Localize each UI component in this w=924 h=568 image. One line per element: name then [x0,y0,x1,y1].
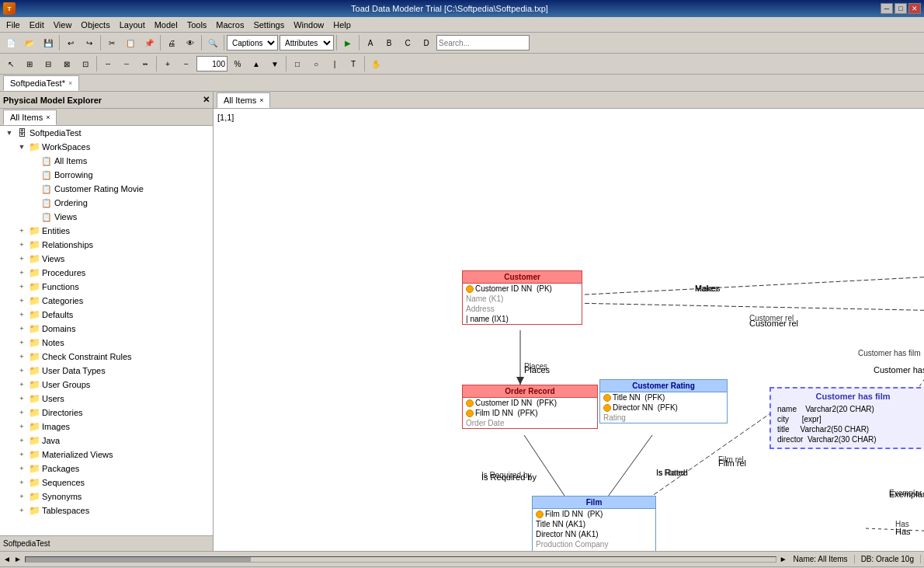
tree-entities[interactable]: + 📁 Entities [0,224,213,238]
zoom-down[interactable]: ▼ [266,55,283,72]
menu-objects[interactable]: Objects [76,19,114,31]
menu-file[interactable]: File [2,19,25,31]
new-button[interactable]: 📄 [2,34,19,51]
find-button[interactable]: 🔍 [204,34,221,51]
menu-macros[interactable]: Macros [211,19,248,31]
save-button[interactable]: 💾 [40,34,57,51]
copy-button[interactable]: 📋 [122,34,139,51]
paste-button[interactable]: 📌 [141,34,158,51]
tree-ws-ordering[interactable]: 📋 Ordering [0,196,213,210]
scroll-right-btn[interactable]: ► [14,555,22,563]
open-button[interactable]: 📂 [21,34,38,51]
zoom-in-button[interactable]: + [159,55,176,72]
captions-select[interactable]: Captions Names None [227,35,278,51]
attributes-select[interactable]: Attributes Keys only None [280,35,334,51]
cc-expand[interactable]: + [16,350,28,363]
tree-ws-borrowing[interactable]: 📋 Borrowing [0,168,213,182]
tree-categories[interactable]: + 📁 Categories [0,294,213,308]
img-expand[interactable]: + [16,420,28,433]
scroll-right2-btn[interactable]: ► [780,555,787,563]
undo-button[interactable]: ↩ [62,34,79,51]
tool-7[interactable]: ┄ [118,55,135,72]
menu-settings[interactable]: Settings [248,19,289,31]
entity-film[interactable]: Film Film ID NN (PK) Title NN (AK1) Dire… [532,496,656,551]
hscrollbar-thumb[interactable] [26,557,251,562]
shape-line[interactable]: | [326,55,343,72]
tree-functions[interactable]: + 📁 Functions [0,280,213,294]
redo-button[interactable]: ↪ [81,34,98,51]
tree-images[interactable]: + 📁 Images [0,420,213,434]
tree-ws-allitems[interactable]: 📋 All Items [0,154,213,168]
ug-expand[interactable]: + [16,378,28,391]
model-tab-close[interactable]: × [68,79,72,87]
tree-user-groups[interactable]: + 📁 User Groups [0,378,213,392]
notes-expand[interactable]: + [16,336,28,349]
proc-expand[interactable]: + [16,267,28,279]
entity-customer[interactable]: Customer Customer ID NN (PK) Name (K1) A… [462,270,582,325]
tree-domains[interactable]: + 📁 Domains [0,322,213,336]
menu-tools[interactable]: Tools [182,19,212,31]
btn-d[interactable]: D [418,34,435,51]
tree-check-constraint[interactable]: + 📁 Check Constraint Rules [0,350,213,364]
shape-text[interactable]: T [345,55,362,72]
btn-b[interactable]: B [380,34,398,51]
tool-3[interactable]: ⊟ [40,55,57,72]
btn-c[interactable]: C [399,34,416,51]
model-tab[interactable]: SoftpediaTest* × [3,75,79,91]
canvas-tab-allitems[interactable]: All Items × [217,92,270,108]
dom-expand[interactable]: + [16,322,28,335]
menu-window[interactable]: Window [289,19,328,31]
tree-relationships[interactable]: + 📁 Relationships [0,238,213,252]
run-button[interactable]: ▶ [339,34,356,51]
tree-directories[interactable]: + 📁 Directories [0,406,213,420]
tree-packages[interactable]: + 📁 Packages [0,462,213,476]
root-expand[interactable]: ▼ [3,127,16,139]
shape-oval[interactable]: ○ [307,55,325,72]
canvas-area[interactable]: All Items × [1,1] [2,1] Makes Customer [214,92,924,551]
ws-expand[interactable]: ▼ [16,141,28,153]
tree-tablespaces[interactable]: + 📁 Tablespaces [0,504,213,517]
tree-synonyms[interactable]: + 📁 Synonyms [0,490,213,504]
close-button[interactable]: ✕ [908,3,921,14]
hand-tool[interactable]: ✋ [367,55,384,72]
search-input[interactable] [436,35,530,51]
tree-workspaces[interactable]: ▼ 📁 WorkSpaces [0,140,213,154]
zoom-up[interactable]: ▲ [248,55,265,72]
mv-expand[interactable]: + [16,448,28,461]
def-expand[interactable]: + [16,308,28,321]
sidebar-tab-close[interactable]: × [46,113,50,121]
sidebar-close-button[interactable]: ✕ [203,95,210,105]
usr-expand[interactable]: + [16,392,28,405]
views-expand[interactable]: + [16,253,28,265]
window-controls[interactable]: ─ □ ✕ [881,3,921,14]
zoom-input[interactable] [196,56,228,71]
preview-button[interactable]: 👁 [182,34,199,51]
shape-rect[interactable]: □ [289,55,306,72]
menu-edit[interactable]: Edit [25,19,49,31]
tree-views[interactable]: + 📁 Views [0,252,213,266]
menu-view[interactable]: View [49,19,77,31]
cat-expand[interactable]: + [16,294,28,307]
tree-matviews[interactable]: + 📁 Materialized Views [0,448,213,462]
tree-users[interactable]: + 📁 Users [0,392,213,406]
tree-notes[interactable]: + 📁 Notes [0,336,213,350]
btn-a[interactable]: A [362,34,379,51]
tree-ws-crm[interactable]: 📋 Customer Rating Movie [0,182,213,196]
menu-help[interactable]: Help [328,19,356,31]
tool-4[interactable]: ⊠ [58,55,75,72]
entity-order-record[interactable]: Order Record Customer ID NN (PFK) Film I… [462,385,598,429]
canvas-tab-close[interactable]: × [259,96,263,104]
menu-layout[interactable]: Layout [115,19,150,31]
select-tool[interactable]: ↖ [2,55,19,72]
entity-customer-rating[interactable]: Customer Rating Title NN (PFK) Director … [599,379,728,423]
scroll-left-btn[interactable]: ◄ [3,555,11,563]
tree-root[interactable]: ▼ 🗄 SoftpediaTest [0,126,213,140]
ts-expand[interactable]: + [16,504,28,517]
pkg-expand[interactable]: + [16,462,28,475]
ent-expand[interactable]: + [16,225,28,237]
maximize-button[interactable]: □ [894,3,907,14]
dir-expand[interactable]: + [16,406,28,419]
java-expand[interactable]: + [16,434,28,447]
print-button[interactable]: 🖨 [163,34,180,51]
sidebar-tab-allitems[interactable]: All Items × [3,110,57,125]
